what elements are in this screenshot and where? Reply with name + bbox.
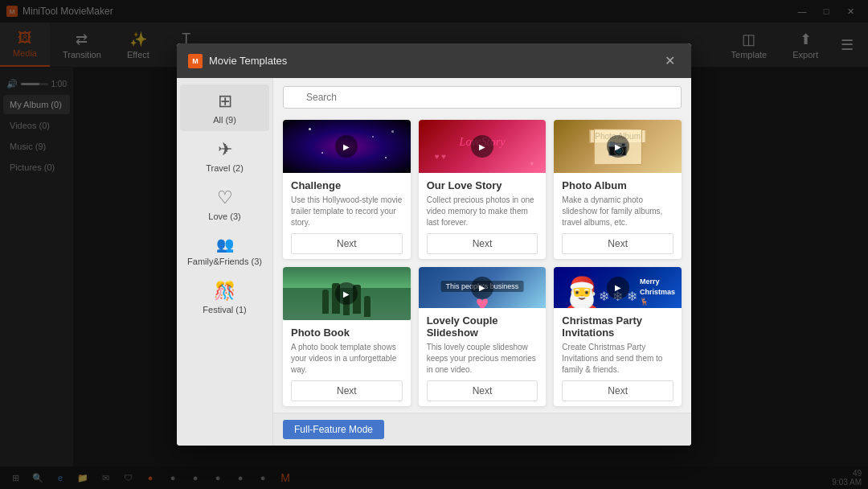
challenge-desc: Use this Hollywood-style movie trailer t… [291, 195, 403, 228]
christmas-title: Christmas Party Invitations [562, 314, 674, 339]
category-festival[interactable]: 🎊 Festival (1) [180, 274, 269, 321]
lovestory-card-body: Our Love Story Collect precious photos i… [419, 173, 547, 259]
photobook-play-button[interactable]: ▶ [335, 282, 358, 305]
category-festival-label: Festival (1) [203, 305, 246, 314]
category-family-label: Family&Friends (3) [187, 257, 262, 266]
lovestory-thumbnail: LoveStory ♥ ♥ ♥ ▶ [419, 120, 547, 173]
festival-icon: 🎊 [214, 281, 235, 302]
all-icon: ⊞ [218, 91, 232, 112]
modal-title: Movie Templates [209, 55, 287, 67]
love-icon: ♡ [217, 187, 233, 208]
coupleshow-thumbnail: ♥ This people's business ▶ [419, 267, 547, 308]
category-travel[interactable]: ✈ Travel (2) [180, 133, 269, 179]
photoalbum-play-button[interactable]: ▶ [607, 135, 629, 158]
photobook-thumbnail: ▶ [283, 267, 411, 320]
full-feature-button[interactable]: Full-Feature Mode [283, 420, 384, 439]
search-input[interactable] [283, 86, 682, 109]
category-love[interactable]: ♡ Love (3) [180, 181, 269, 228]
search-area: 🔍 [273, 78, 691, 113]
photoalbum-title: Photo Album [562, 179, 674, 191]
challenge-play-button[interactable]: ▶ [335, 135, 358, 158]
photobook-title: Photo Book [291, 327, 403, 339]
template-card-christmas: 🎅 MerryChristmas🦌 ❄ ❄ ❄ ▶ Christmas Part… [554, 267, 682, 406]
movie-templates-modal: M Movie Templates ✕ ⊞ All (9) ✈ Travel (… [177, 43, 691, 446]
lovestory-title: Our Love Story [427, 179, 538, 191]
christmas-card-body: Christmas Party Invitations Create Chris… [554, 308, 682, 406]
template-card-challenge: ▶ Challenge Use this Hollywood-style mov… [283, 120, 411, 259]
lovestory-desc: Collect precious photos in one video mem… [427, 195, 538, 228]
lovestory-play-button[interactable]: ▶ [471, 135, 493, 158]
category-family[interactable]: 👥 Family&Friends (3) [180, 229, 269, 273]
travel-icon: ✈ [218, 139, 232, 160]
template-card-coupleshow: ♥ This people's business ▶ Lovely Couple… [419, 267, 547, 406]
photobook-next-button[interactable]: Next [291, 380, 403, 401]
template-categories: ⊞ All (9) ✈ Travel (2) ♡ Love (3) 👥 Fami… [177, 78, 273, 446]
christmas-thumbnail: 🎅 MerryChristmas🦌 ❄ ❄ ❄ ▶ [554, 267, 682, 308]
photoalbum-desc: Make a dynamic photo slideshow for famil… [562, 195, 674, 228]
template-card-photobook: ▶ Photo Book A photo book template shows… [283, 267, 411, 406]
christmas-desc: Create Christmas Party Invitations and s… [562, 342, 674, 376]
photobook-card-body: Photo Book A photo book template shows y… [283, 320, 411, 406]
template-content: 🔍 [273, 78, 691, 446]
challenge-card-body: Challenge Use this Hollywood-style movie… [283, 173, 411, 259]
photoalbum-next-button[interactable]: Next [562, 233, 674, 254]
coupleshow-next-button[interactable]: Next [427, 380, 538, 401]
coupleshow-play-button[interactable]: ▶ [471, 277, 493, 299]
template-card-lovestory: LoveStory ♥ ♥ ♥ ▶ Our Love Story Collect… [419, 120, 547, 259]
modal-body: ⊞ All (9) ✈ Travel (2) ♡ Love (3) 👥 Fami… [177, 78, 691, 446]
template-grid: ▶ Challenge Use this Hollywood-style mov… [273, 113, 691, 413]
modal-logo: M [188, 54, 203, 68]
modal-footer: Full-Feature Mode [273, 413, 691, 446]
coupleshow-title: Lovely Couple Slideshow [427, 314, 538, 339]
category-all-label: All (9) [213, 115, 236, 125]
challenge-title: Challenge [291, 179, 403, 191]
lovestory-next-button[interactable]: Next [427, 233, 538, 254]
photoalbum-card-body: Photo Album Make a dynamic photo slidesh… [554, 173, 682, 259]
category-love-label: Love (3) [208, 212, 240, 221]
category-travel-label: Travel (2) [206, 163, 244, 173]
modal-overlay: M Movie Templates ✕ ⊞ All (9) ✈ Travel (… [0, 0, 868, 489]
challenge-next-button[interactable]: Next [291, 233, 403, 254]
coupleshow-card-body: Lovely Couple Slideshow This lovely coup… [419, 308, 547, 406]
category-all[interactable]: ⊞ All (9) [180, 84, 269, 131]
challenge-thumbnail: ▶ [283, 120, 411, 173]
template-card-photoalbum: Photo Album 📷 ▶ Photo Album Make a dynam… [554, 120, 682, 259]
coupleshow-desc: This lovely couple slideshow keeps your … [427, 342, 538, 376]
modal-close-button[interactable]: ✕ [660, 51, 680, 70]
photoalbum-thumbnail: Photo Album 📷 ▶ [554, 120, 682, 173]
photobook-desc: A photo book template shows your videos … [291, 342, 403, 376]
christmas-next-button[interactable]: Next [562, 380, 674, 401]
christmas-play-button[interactable]: ▶ [607, 277, 629, 299]
family-icon: 👥 [216, 236, 234, 253]
modal-header: M Movie Templates ✕ [177, 43, 691, 78]
modal-header-left: M Movie Templates [188, 54, 287, 68]
